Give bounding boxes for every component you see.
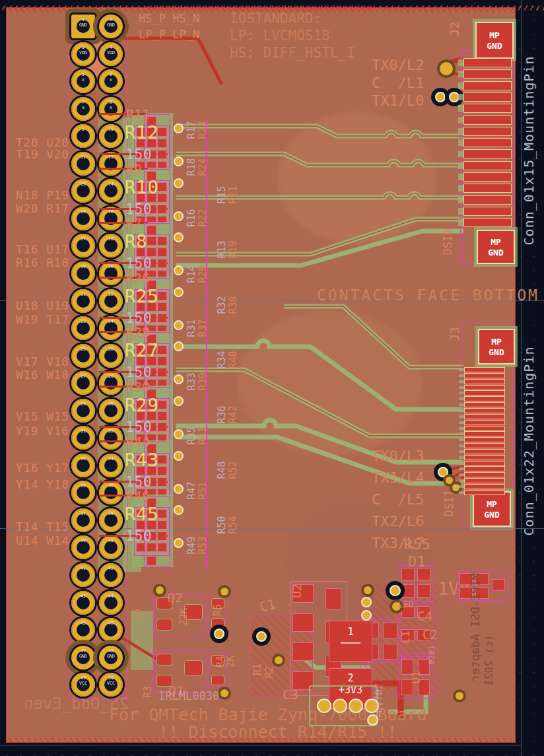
j2-finger-pad-1[interactable] [463, 58, 512, 67]
j3-finger-pad-7[interactable] [464, 402, 505, 407]
j2-finger-pad-7[interactable] [463, 127, 512, 136]
j2-finger-pad-2[interactable] [463, 69, 512, 79]
resistor-array-pad[interactable] [147, 225, 156, 235]
through-hole-pad-22[interactable]: 22 [99, 289, 123, 313]
through-hole-pad-41[interactable]: 41 [71, 563, 95, 587]
j3-finger-pad-8[interactable] [464, 408, 505, 413]
j3-finger-pad-17[interactable] [464, 461, 505, 466]
through-hole-pad-20[interactable]: 20 [99, 261, 123, 285]
j2-finger-pad-5[interactable] [463, 104, 512, 113]
resistor-array-pad[interactable] [157, 270, 167, 279]
resistor-array-pad[interactable] [157, 368, 167, 377]
through-hole-pad-45[interactable]: 45 [71, 618, 95, 642]
j2-mp-gnd-pad-bottom[interactable]: MP GND [477, 230, 515, 264]
j2-finger-pad-6[interactable] [463, 116, 512, 125]
j3-finger-pad-13[interactable] [464, 437, 505, 442]
through-hole-pad-30[interactable]: 30 [99, 399, 123, 423]
through-hole-pad-31[interactable]: 31 [71, 426, 95, 450]
resistor-array-pad[interactable] [157, 325, 167, 334]
j3-finger-pad-12[interactable] [464, 431, 505, 436]
j3-finger-pad-18[interactable] [464, 466, 505, 471]
j2-finger-pad-11[interactable] [463, 172, 512, 182]
u1-pad-1[interactable]: 1 [329, 621, 372, 662]
through-hole-pad-8[interactable]: 8 x [99, 97, 123, 121]
through-hole-pad-2[interactable]: 2 GND [99, 15, 123, 38]
j2-mp-gnd-pad-top[interactable]: MP GND [475, 22, 514, 59]
through-hole-pad-42[interactable]: 42 [99, 563, 123, 587]
resistor-array-pad[interactable] [157, 236, 167, 246]
j2-finger-pad-13[interactable] [463, 195, 512, 205]
j3-finger-pad-5[interactable] [464, 390, 505, 395]
through-hole-pad-4[interactable]: 4 VDD [99, 42, 123, 66]
through-hole-pad-44[interactable]: 44 [99, 591, 123, 615]
j2-finger-pad-9[interactable] [463, 149, 512, 158]
resistor-array-pad[interactable] [157, 150, 167, 159]
through-hole-pad-3[interactable]: 3 VDD [71, 42, 95, 66]
through-hole-pad-1[interactable]: 1 GND [71, 15, 95, 38]
j3-finger-pad-6[interactable] [464, 396, 505, 401]
j3-finger-pad-3[interactable] [464, 379, 505, 384]
through-hole-pad-26[interactable]: 26 [99, 344, 123, 368]
resistor-array-pad[interactable] [157, 216, 167, 225]
resistor-array-pad[interactable] [157, 532, 167, 541]
through-hole-pad-10[interactable]: 10 [99, 124, 123, 148]
through-hole-pad-11[interactable]: 11 [71, 152, 95, 176]
j3-finger-pad-10[interactable] [464, 420, 505, 425]
j3-finger-pad-14[interactable] [464, 443, 505, 448]
j3-finger-pad-1[interactable] [464, 367, 505, 372]
j2-finger-pad-8[interactable] [463, 138, 512, 147]
resistor-array-pad[interactable] [147, 543, 156, 552]
through-hole-pad-25[interactable]: 25 [71, 344, 95, 368]
c3-pad[interactable] [349, 699, 363, 713]
through-hole-pad-49[interactable]: 49 VCC [71, 673, 95, 697]
j3-finger-pad-11[interactable] [464, 426, 505, 431]
through-hole-pad-27[interactable]: 27 [71, 371, 95, 395]
resistor-array-pad[interactable] [147, 216, 156, 225]
j2-finger-pad-10[interactable] [463, 161, 512, 170]
through-hole-pad-9[interactable]: 9 [71, 124, 95, 148]
resistor-array-pad[interactable] [157, 248, 167, 257]
resistor-array-pad[interactable] [157, 259, 167, 268]
resistor-array-pad[interactable] [157, 314, 167, 323]
through-hole-pad-50[interactable]: 50 VCC [99, 673, 123, 697]
through-hole-pad-15[interactable]: 15 [71, 207, 95, 230]
j3-finger-pad-2[interactable] [464, 373, 505, 378]
through-hole-pad-48[interactable]: 48 GND [99, 646, 123, 670]
through-hole-pad-12[interactable]: 12 [99, 152, 123, 176]
j3-finger-pad-21[interactable] [464, 484, 505, 489]
resistor-array-pad[interactable] [157, 161, 167, 170]
through-hole-pad-19[interactable]: 19 [71, 261, 95, 285]
resistor-array-pad[interactable] [157, 434, 167, 443]
j2-finger-pad-14[interactable] [463, 207, 512, 216]
resistor-array-pad[interactable] [147, 236, 156, 246]
c3-pad[interactable] [333, 699, 347, 713]
through-hole-pad-24[interactable]: 24 [99, 316, 123, 340]
j3-mp-gnd-pad-top[interactable]: MP GND [478, 329, 515, 364]
through-hole-pad-46[interactable]: 46 [99, 618, 123, 642]
through-hole-pad-23[interactable]: 23 [71, 316, 95, 340]
through-hole-pad-32[interactable]: 32 [99, 426, 123, 450]
j3-finger-pad-9[interactable] [464, 414, 505, 419]
through-hole-pad-37[interactable]: 37 [71, 508, 95, 532]
j2-finger-pad-4[interactable] [463, 92, 512, 102]
through-hole-pad-34[interactable]: 34 [99, 454, 123, 477]
resistor-array-pad[interactable] [136, 543, 146, 552]
j3-finger-pad-16[interactable] [464, 455, 505, 460]
through-hole-pad-33[interactable]: 33 [71, 454, 95, 477]
j2-finger-pad-15[interactable] [463, 218, 512, 227]
resistor-array-pad[interactable] [157, 489, 167, 498]
resistor-array-pad[interactable] [157, 477, 167, 487]
resistor-array-pad[interactable] [147, 161, 156, 170]
through-hole-pad-7[interactable]: 7 x [71, 97, 95, 121]
through-hole-pad-38[interactable]: 38 [99, 508, 123, 532]
through-hole-pad-29[interactable]: 29 [71, 399, 95, 423]
j3-finger-pad-20[interactable] [464, 478, 505, 483]
j3-finger-pad-4[interactable] [464, 385, 505, 390]
j2-finger-pad-3[interactable] [463, 81, 512, 90]
through-hole-pad-28[interactable]: 28 [99, 371, 123, 395]
through-hole-pad-43[interactable]: 43 [71, 591, 95, 615]
c3-pad[interactable] [317, 699, 331, 713]
through-hole-pad-16[interactable]: 16 [99, 207, 123, 230]
through-hole-pad-21[interactable]: 21 [71, 289, 95, 313]
resistor-array-pad[interactable] [147, 556, 156, 566]
